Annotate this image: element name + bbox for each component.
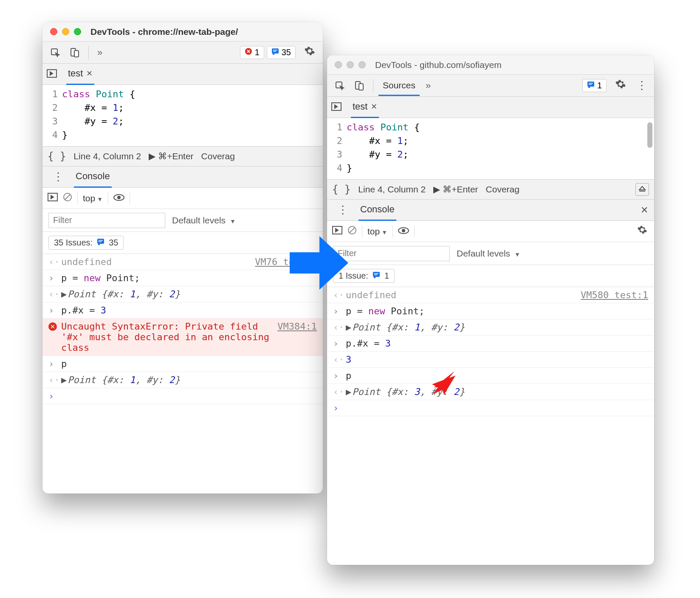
console-row[interactable]: ‹·3 [327, 352, 654, 368]
run-hint[interactable]: ▶ ⌘+Enter [433, 184, 478, 195]
main-toolbar: » 1 35 [42, 42, 323, 64]
console-row[interactable]: ‹·▶Point {#x: 1, #y: 2} [327, 319, 654, 336]
console-text: p.#x = 3 [346, 338, 648, 349]
titlebar[interactable]: DevTools - github.com/sofiayem [327, 55, 654, 75]
error-count: 1 [255, 48, 260, 57]
console-row[interactable]: ‹·undefinedVM76 test:1 [42, 254, 323, 270]
close-tab-icon[interactable]: ✕ [86, 69, 93, 78]
filter-row: Default levels ▼ [327, 242, 654, 265]
filter-input[interactable] [48, 213, 165, 228]
console-row[interactable]: ✕Uncaught SyntaxError: Private field '#x… [42, 319, 323, 356]
console-row[interactable]: ›p = new Point; [327, 303, 654, 319]
source-link[interactable]: VM384:1 [277, 321, 317, 332]
console-row[interactable]: › [327, 400, 654, 416]
sources-tab[interactable]: Sources [378, 75, 420, 96]
code-body[interactable]: class Point { #x = 1; #y = 2; } [347, 121, 420, 175]
gear-icon[interactable] [298, 45, 319, 59]
code-body[interactable]: class Point { #x = 1; #y = 2; } [62, 87, 135, 142]
gear-icon[interactable] [609, 79, 629, 93]
play-icon: ▶ [149, 151, 155, 161]
coverage-label[interactable]: Coverag [201, 151, 235, 161]
console-log[interactable]: ‹·undefinedVM580 test:1›p = new Point;‹·… [327, 287, 654, 416]
messages-badge[interactable]: 1 [582, 79, 607, 92]
editor-statusbar: { } Line 4, Column 2 ▶ ⌘+Enter Coverag [42, 146, 323, 166]
file-tab-test[interactable]: test ✕ [66, 63, 94, 85]
console-row[interactable]: ‹·▶Point {#x: 3, #y: 2} [327, 384, 654, 400]
divider [77, 192, 78, 204]
console-row[interactable]: ‹·undefinedVM580 test:1 [327, 287, 654, 303]
messages-count: 1 [597, 81, 602, 90]
issues-count: 1 [384, 271, 389, 281]
messages-badge[interactable]: 35 [267, 46, 296, 59]
show-navigator-icon[interactable] [331, 102, 345, 113]
minimize-icon[interactable] [347, 61, 354, 68]
console-row[interactable]: ‹·▶Point {#x: 1, #y: 2} [42, 372, 323, 388]
file-tab-test[interactable]: test ✕ [351, 96, 379, 118]
eject-icon[interactable] [635, 183, 649, 196]
minimize-icon[interactable] [62, 28, 69, 35]
pretty-print-icon[interactable]: { } [332, 183, 350, 195]
code-editor[interactable]: 1234 class Point { #x = 1; #y = 2; } [327, 118, 654, 179]
divider [88, 46, 89, 59]
zoom-icon[interactable] [358, 61, 366, 68]
console-text: p.#x = 3 [61, 305, 317, 316]
context-selector[interactable]: top▼ [367, 226, 387, 237]
levels-selector[interactable]: Default levels ▼ [172, 215, 236, 226]
close-drawer-icon[interactable]: ✕ [641, 205, 648, 216]
console-row[interactable]: ›p.#x = 3 [327, 336, 654, 352]
kebab-icon[interactable]: ⋮ [632, 79, 650, 92]
console-row[interactable]: ›p [327, 368, 654, 384]
live-expression-icon[interactable] [398, 226, 409, 237]
more-tabs-icon[interactable]: » [422, 80, 434, 91]
filter-input[interactable] [333, 246, 450, 261]
show-sidebar-icon[interactable] [48, 193, 58, 203]
divider [392, 226, 393, 237]
console-row[interactable]: ›p [42, 356, 323, 372]
gear-icon[interactable] [635, 225, 649, 238]
divider [130, 192, 130, 204]
console-tab[interactable]: Console [74, 166, 112, 188]
console-tab[interactable]: Console [358, 199, 396, 221]
device-icon[interactable] [66, 44, 83, 61]
zoom-icon[interactable] [74, 28, 81, 35]
drawer-tabs: ⋮ Console ✕ [327, 200, 654, 221]
more-tabs-icon[interactable]: » [94, 47, 106, 58]
error-icon: ✕ [48, 322, 57, 331]
console-row[interactable]: ›p.#x = 3 [42, 302, 323, 319]
issues-badge[interactable]: 35 Issues: 35 [48, 236, 124, 250]
close-icon[interactable] [335, 61, 342, 68]
scrollbar[interactable] [647, 122, 652, 148]
close-tab-icon[interactable]: ✕ [371, 102, 377, 111]
levels-selector[interactable]: Default levels ▼ [457, 248, 520, 259]
console-text: ▶Point {#x: 3, #y: 2} [346, 386, 648, 397]
svg-rect-14 [587, 82, 594, 87]
more-icon[interactable]: ⋮ [48, 170, 66, 183]
inspect-icon[interactable] [47, 44, 64, 61]
source-link[interactable]: VM580 test:1 [581, 290, 648, 300]
console-toolbar: top▼ [327, 221, 654, 242]
context-selector[interactable]: top▼ [83, 193, 103, 203]
device-icon[interactable] [351, 77, 368, 94]
console-log[interactable]: ‹·undefinedVM76 test:1›p = new Point;‹·▶… [42, 254, 323, 404]
message-icon [587, 81, 595, 90]
divider [414, 226, 415, 237]
file-tab-label: test [68, 68, 83, 79]
code-editor[interactable]: 1234 class Point { #x = 1; #y = 2; } [42, 85, 323, 146]
coverage-label[interactable]: Coverag [486, 184, 519, 195]
run-hint[interactable]: ▶ ⌘+Enter [149, 151, 193, 161]
console-row[interactable]: ›p = new Point; [42, 270, 323, 286]
console-row[interactable]: › [42, 388, 323, 404]
close-icon[interactable] [50, 28, 57, 35]
error-badge[interactable]: 1 [240, 46, 264, 59]
message-icon [271, 48, 279, 57]
console-text: Uncaught SyntaxError: Private field '#x'… [61, 321, 273, 353]
pretty-print-icon[interactable]: { } [48, 150, 66, 162]
clear-console-icon[interactable] [63, 192, 72, 204]
inspect-icon[interactable] [331, 77, 348, 94]
show-navigator-icon[interactable] [47, 69, 60, 79]
titlebar[interactable]: DevTools - chrome://new-tab-page/ [42, 22, 323, 42]
issues-row: 1 Issue: 1 [327, 265, 654, 287]
live-expression-icon[interactable] [113, 193, 124, 203]
console-row[interactable]: ‹·▶Point {#x: 1, #y: 2} [42, 286, 323, 302]
more-icon[interactable]: ⋮ [333, 203, 351, 217]
